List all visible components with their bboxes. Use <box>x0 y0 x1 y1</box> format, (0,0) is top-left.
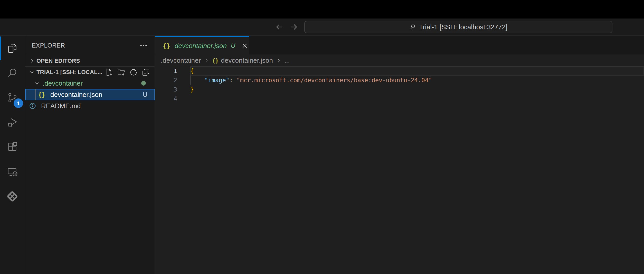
chevron-down-icon <box>32 79 42 88</box>
activitybar-extensions[interactable] <box>0 135 25 159</box>
search-icon <box>6 67 18 79</box>
tree-row-readme[interactable]: README.md <box>25 100 155 112</box>
nav-arrows <box>274 19 299 35</box>
activity-bar: 1 <box>0 36 25 274</box>
line-number: 4 <box>155 95 177 102</box>
new-file-button[interactable] <box>104 68 113 77</box>
chevron-down-icon <box>27 68 36 77</box>
new-folder-button[interactable] <box>117 68 126 77</box>
breadcrumb-more[interactable]: ... <box>284 57 290 65</box>
chevron-right-icon <box>27 56 36 66</box>
debug-icon <box>6 116 18 128</box>
git-untracked-badge: U <box>231 42 235 49</box>
modified-dot-icon <box>141 81 146 86</box>
workspace-label: TRIAL-1 [SSH: LOCAL... <box>36 69 104 76</box>
folder-label: .devcontainer <box>43 79 83 87</box>
macos-titlebar-strip <box>0 0 644 19</box>
line-number: 2 <box>155 77 177 84</box>
sidebar-title: EXPLORER <box>32 42 65 49</box>
forward-icon <box>289 23 298 31</box>
chevron-right-icon <box>276 57 282 63</box>
sidebar-header: EXPLORER <box>25 36 155 55</box>
workspace-actions <box>104 68 155 77</box>
code-line-4[interactable]: 4 <box>155 94 644 103</box>
vscode-window: Trial-1 [SSH: localhost:32772] <box>0 0 644 274</box>
breadcrumb-file[interactable]: devcontainer.json <box>221 57 273 65</box>
activitybar-containers[interactable] <box>0 184 25 209</box>
code-token: } <box>190 86 194 93</box>
workbench: 1 <box>0 36 644 274</box>
tree-indent-guide <box>35 89 36 100</box>
editor-group: {} devcontainer.json U .devcontainer <box>155 36 644 274</box>
activitybar-run-debug[interactable] <box>0 110 25 135</box>
tree-row-devcontainer-json[interactable]: {} devcontainer.json U <box>25 89 155 100</box>
explorer-sidebar: EXPLORER OPEN EDITORS <box>25 36 155 274</box>
command-center[interactable]: Trial-1 [SSH: localhost:32772] <box>304 21 612 33</box>
workspace-section[interactable]: TRIAL-1 [SSH: LOCAL... <box>25 66 155 78</box>
json-file-icon: {} <box>163 42 170 50</box>
titlebar: Trial-1 [SSH: localhost:32772] <box>0 19 644 36</box>
file-label: devcontainer.json <box>50 91 143 99</box>
code-line-2[interactable]: 2 "image": "mcr.microsoft.com/devcontain… <box>155 76 644 85</box>
tab-label: devcontainer.json <box>175 42 227 50</box>
breadcrumb: .devcontainer {} devcontainer.json ... <box>155 54 644 66</box>
code-editor[interactable]: 1 { 2 "image": "mcr.microsoft.com/devcon… <box>155 66 644 274</box>
tab-bar: {} devcontainer.json U <box>155 36 644 54</box>
extensions-icon <box>6 141 18 153</box>
more-actions-icon[interactable] <box>139 41 148 50</box>
breadcrumb-folder[interactable]: .devcontainer <box>161 57 201 65</box>
line-number: 3 <box>155 86 177 93</box>
containers-icon <box>6 190 18 202</box>
refresh-button[interactable] <box>129 68 138 77</box>
scm-badge: 1 <box>14 98 23 108</box>
close-icon[interactable] <box>240 41 249 50</box>
code-line-1[interactable]: 1 { <box>155 66 644 76</box>
forward-button[interactable] <box>288 21 299 33</box>
code-token: "image" <box>204 77 229 84</box>
back-icon <box>275 23 284 31</box>
command-center-label: Trial-1 [SSH: localhost:32772] <box>419 23 507 31</box>
back-button[interactable] <box>274 21 285 33</box>
code-token: : <box>229 77 236 84</box>
activitybar-explorer[interactable] <box>0 36 25 61</box>
file-tree: .devcontainer {} devcontainer.json U <box>25 78 155 112</box>
info-icon <box>29 102 36 110</box>
open-editors-section[interactable]: OPEN EDITORS <box>25 55 155 66</box>
code-token <box>190 77 204 84</box>
open-editors-label: OPEN EDITORS <box>36 58 80 64</box>
remote-explorer-icon <box>6 166 18 178</box>
search-icon <box>409 24 416 30</box>
tab-devcontainer-json[interactable]: {} devcontainer.json U <box>155 36 249 54</box>
code-token: "mcr.microsoft.com/devcontainers/base:de… <box>236 77 432 84</box>
activitybar-search[interactable] <box>0 61 25 85</box>
activitybar-remote-explorer[interactable] <box>0 159 25 184</box>
chevron-right-icon <box>203 57 210 63</box>
code-token: { <box>190 68 194 74</box>
git-untracked-badge: U <box>143 91 147 98</box>
activitybar-source-control[interactable]: 1 <box>0 85 25 110</box>
code-line-3[interactable]: 3 } <box>155 85 644 94</box>
collapse-all-button[interactable] <box>141 68 150 77</box>
tree-row-devcontainer-folder[interactable]: .devcontainer <box>25 78 155 89</box>
files-icon <box>6 42 18 54</box>
json-file-icon: {} <box>38 91 45 98</box>
json-file-icon: {} <box>212 57 219 64</box>
line-number: 1 <box>155 68 177 74</box>
file-label: README.md <box>41 102 81 110</box>
